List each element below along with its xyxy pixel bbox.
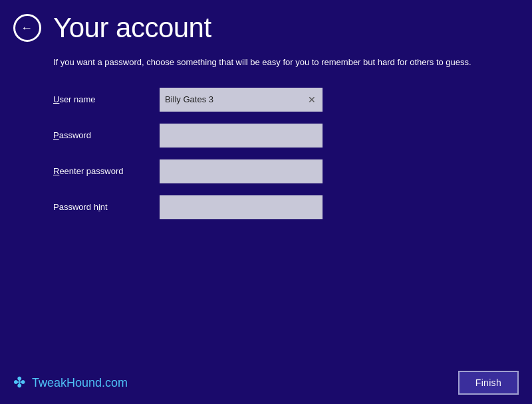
reenter-password-row: Reenter password <box>53 159 479 183</box>
reenter-password-input-wrapper <box>160 159 323 183</box>
footer: ✤ TweakHound.com Finish <box>0 361 532 404</box>
username-input[interactable] <box>160 88 323 112</box>
password-label: Password <box>53 130 160 140</box>
brand-name: TweakHound.com <box>32 376 128 390</box>
brand-icon: ✤ <box>13 374 25 391</box>
password-hint-row: Password hint <box>53 195 479 219</box>
header: ← Your account <box>0 0 532 50</box>
reenter-password-input[interactable] <box>160 159 323 183</box>
username-row: User name ✕ <box>53 88 479 112</box>
brand-section: ✤ TweakHound.com <box>13 374 128 391</box>
description-text: If you want a password, choose something… <box>53 56 479 69</box>
username-clear-button[interactable]: ✕ <box>305 93 319 106</box>
back-button[interactable]: ← <box>13 14 41 42</box>
password-hint-input[interactable] <box>160 195 323 219</box>
username-label: User name <box>53 94 160 104</box>
password-row: Password <box>53 124 479 148</box>
account-setup-page: ← Your account If you want a password, c… <box>0 0 532 404</box>
finish-button[interactable]: Finish <box>458 371 519 395</box>
password-input-wrapper <box>160 124 323 148</box>
back-arrow-icon: ← <box>21 22 33 34</box>
password-input[interactable] <box>160 124 323 148</box>
page-title: Your account <box>53 12 211 44</box>
password-hint-input-wrapper <box>160 195 323 219</box>
password-hint-label: Password hint <box>53 202 160 212</box>
username-input-wrapper: ✕ <box>160 88 323 112</box>
content-area: If you want a password, choose something… <box>0 50 532 404</box>
reenter-password-label: Reenter password <box>53 166 160 176</box>
